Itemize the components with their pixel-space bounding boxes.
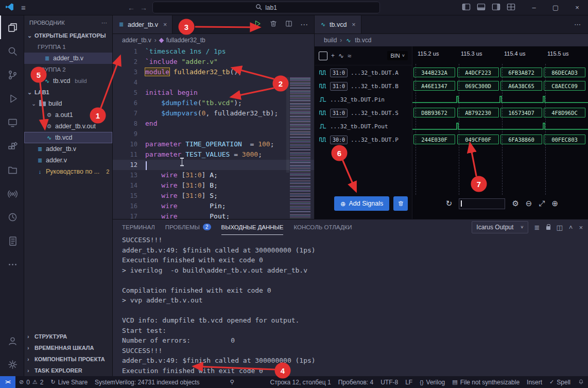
trash-icon[interactable] — [269, 20, 278, 29]
menu-icon[interactable]: ≡ — [21, 3, 26, 12]
encoding-status[interactable]: UTF-8 — [377, 376, 402, 388]
waveform-canvas[interactable]: 115.2 us115.3 us115.4 us115.5 us344B232A… — [412, 46, 588, 219]
code-line[interactable]: 9 — [113, 129, 314, 139]
problems-status[interactable]: ⊘0⚠2 — [15, 376, 47, 388]
timeline-icon[interactable] — [0, 205, 24, 229]
signal-row-4[interactable]: ...32_tb.DUT.Pout — [315, 120, 412, 133]
remote-indicator[interactable]: >< — [0, 376, 15, 388]
more-views-icon[interactable] — [0, 252, 24, 276]
open-editor-item[interactable]: ≣adder_tb.v — [24, 53, 112, 64]
language-status[interactable]: {}Verilog — [416, 376, 448, 388]
explorer-icon[interactable] — [0, 15, 24, 39]
notebook-icon[interactable] — [0, 229, 24, 252]
maximize-panel-icon[interactable]: ˄ — [569, 224, 573, 231]
selection-status[interactable]: ⚲ — [227, 376, 238, 388]
lock-icon[interactable] — [546, 224, 550, 231]
wave-style-2-icon[interactable]: ≈ — [348, 52, 351, 60]
open-editors-header[interactable]: ⌄ ОТКРЫТЫЕ РЕДАКТОРЫ — [24, 30, 112, 41]
signal-row-3[interactable]: 31:0...32_tb.DUT.S — [315, 106, 412, 120]
signal-row-2[interactable]: ...32_tb.DUT.Pin — [315, 93, 412, 106]
code-line[interactable]: 17 wire Pout; — [113, 211, 314, 219]
code-line[interactable]: 2`include "adder.v" — [113, 57, 314, 67]
value-format-dropdown[interactable]: BIN ˅ — [387, 51, 408, 60]
eol-status[interactable]: LF — [402, 376, 416, 388]
minimap[interactable] — [290, 77, 310, 219]
close-panel-icon[interactable]: × — [579, 224, 583, 231]
more-actions-icon[interactable]: ⋯ — [300, 20, 308, 29]
live-share-status[interactable]: ↻Live Share — [47, 376, 91, 388]
signal-row-1[interactable]: 31:0...32_tb.DUT.B — [315, 79, 412, 93]
run-file-button[interactable] — [253, 19, 262, 30]
code-line[interactable]: 3module fulladder32_tb(); — [113, 67, 314, 77]
close-button[interactable]: × — [566, 0, 588, 15]
tab-adder-tb[interactable]: ≣ adder_tb.v × — [113, 15, 172, 33]
code-line[interactable]: 4 — [113, 77, 314, 88]
zoom-out-icon[interactable]: ⊖ — [526, 199, 532, 208]
close-tab-icon[interactable]: × — [352, 21, 355, 28]
code-line[interactable]: 8end — [113, 119, 314, 129]
code-line[interactable]: 11parameter TEST_VALUES = 3000; — [113, 149, 314, 160]
section-TASK EXPLORER[interactable]: ›TASK EXPLORER — [24, 365, 112, 376]
indentation-status[interactable]: Пробелов: 4 — [335, 376, 377, 388]
zoom-in-icon[interactable]: ⊕ — [551, 199, 558, 208]
code-line[interactable]: 12 — [113, 160, 314, 170]
toggle-primary-sidebar-icon[interactable] — [461, 2, 471, 13]
refresh-icon[interactable]: ↻ — [446, 199, 453, 208]
signal-row-0[interactable]: 31:0...32_tb.DUT.A — [315, 66, 412, 79]
add-signals-button[interactable]: ⊕ Add Signals — [334, 196, 389, 211]
remote-explorer-icon[interactable] — [0, 110, 24, 134]
breadcrumb[interactable]: build › ∿ tb.vcd — [315, 34, 588, 46]
tree-item-build[interactable]: ⌄build — [24, 98, 112, 109]
notifications-bell[interactable] — [574, 376, 588, 388]
scrollbar[interactable] — [286, 77, 289, 173]
tree-item-adder_tb.v.out[interactable]: ⚙adder_tb.v.out — [24, 121, 112, 132]
fit-screen-icon[interactable]: ⤢ — [539, 199, 545, 208]
minimize-button[interactable]: – — [523, 0, 545, 15]
panel-tab-КОНСОЛЬ ОТЛАДКИ[interactable]: КОНСОЛЬ ОТЛАДКИ — [293, 220, 352, 235]
more-actions-icon[interactable]: ⋯ — [574, 21, 588, 28]
customize-layout-icon[interactable] — [506, 2, 516, 13]
breadcrumb[interactable]: adder_tb.v › fulladder32_tb — [113, 34, 314, 46]
project-manager-icon[interactable] — [0, 158, 24, 181]
code-line[interactable]: 6 $dumpfile("tb.vcd"); — [113, 98, 314, 108]
wave-style-icon[interactable]: ∿ — [338, 52, 344, 60]
run-debug-icon[interactable] — [0, 87, 24, 110]
cursor-position-status[interactable]: Строка 12, столбец 1 — [267, 376, 335, 388]
extensions-icon[interactable] — [0, 134, 24, 158]
panel-tab-ВЫХОДНЫЕ ДАННЫЕ[interactable]: ВЫХОДНЫЕ ДАННЫЕ — [221, 220, 284, 235]
code-line[interactable]: 14 wire [31:0] B; — [113, 180, 314, 191]
add-marker-icon[interactable]: + — [331, 52, 335, 59]
color-swatch[interactable] — [319, 52, 327, 60]
sidebar-more-icon[interactable]: ⋯ — [101, 20, 107, 26]
spell-status[interactable]: ✓Spell — [546, 376, 574, 388]
word-wrap-icon[interactable]: ≣ — [534, 224, 540, 231]
code-editor[interactable]: 1`timescale 1ns / 1ps2`include "adder.v"… — [113, 46, 314, 219]
code-line[interactable]: 10parameter TIME_OPERATION = 100; — [113, 139, 314, 149]
tree-item-a.out1[interactable]: ⚙a.out1 — [24, 109, 112, 121]
tab-tb-vcd[interactable]: ∿ tb.vcd × — [315, 15, 361, 33]
signal-row-5[interactable]: 30:0...32_tb.DUT.P — [315, 133, 412, 146]
account-icon[interactable] — [0, 329, 24, 352]
tree-item-adder_tb.v[interactable]: ≣adder_tb.v — [24, 143, 112, 155]
forward-icon[interactable]: → — [140, 4, 147, 12]
close-tab-icon[interactable]: × — [163, 21, 167, 28]
systemverilog-status[interactable]: SystemVerilog: 24731 indexed objects — [91, 376, 203, 388]
section-КОМПОНЕНТЫ ПРОЕКТА[interactable]: ›КОМПОНЕНТЫ ПРОЕКТА — [24, 353, 112, 365]
restore-button[interactable]: ▢ — [545, 0, 566, 15]
insert-mode-status[interactable]: Insert — [523, 376, 546, 388]
search-box[interactable]: lab1 — [152, 2, 380, 13]
search-icon[interactable] — [0, 39, 24, 63]
code-line[interactable]: 5initial begin — [113, 88, 314, 98]
toggle-panel-icon[interactable] — [476, 2, 486, 13]
remove-signals-button[interactable] — [393, 196, 408, 211]
panel-tab-ТЕРМИНАЛ[interactable]: ТЕРМИНАЛ — [122, 220, 155, 235]
output-log[interactable]: SUCCESS!!!adder_tb.v:49: $finish called … — [113, 235, 588, 376]
back-icon[interactable]: ← — [128, 4, 135, 12]
time-input[interactable] — [459, 198, 505, 209]
source-control-icon[interactable] — [0, 63, 24, 87]
section-СТРУКТУРА[interactable]: ›СТРУКТУРА — [24, 331, 112, 342]
settings-gear-icon[interactable] — [0, 352, 24, 376]
live-share-icon[interactable] — [0, 181, 24, 205]
split-editor-icon[interactable] — [285, 20, 293, 29]
open-editor-item[interactable]: ∿tb.vcdbuild — [24, 75, 112, 87]
